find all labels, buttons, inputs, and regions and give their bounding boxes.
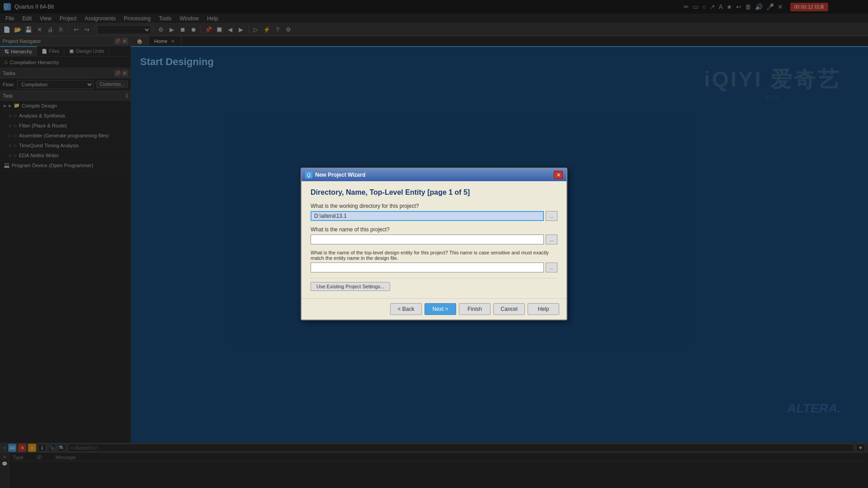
dialog-close-btn[interactable]: ✕ <box>554 171 563 179</box>
dialog-title: New Project Wizard <box>315 172 551 178</box>
entity-input-row: … <box>311 263 557 272</box>
name-input[interactable] <box>311 235 544 244</box>
dir-input[interactable] <box>311 211 544 221</box>
next-btn[interactable]: Next > <box>425 303 456 315</box>
dialog-body: Directory, Name, Top-Level Entity [page … <box>302 181 566 298</box>
name-label: What is the name of this project? <box>311 226 557 233</box>
help-btn[interactable]: Help <box>528 303 559 315</box>
dialog-page-title: Directory, Name, Top-Level Entity [page … <box>311 188 557 197</box>
dialog-titlebar: Q New Project Wizard ✕ <box>302 169 566 181</box>
dialog-footer: < Back Next > Finish Cancel Help <box>302 298 566 319</box>
modal-overlay: Q New Project Wizard ✕ Directory, Name, … <box>0 0 868 488</box>
back-btn[interactable]: < Back <box>390 303 422 315</box>
entity-input[interactable] <box>311 263 544 272</box>
dlg-separator <box>311 278 557 278</box>
dir-browse-btn[interactable]: … <box>546 211 557 221</box>
existing-project-btn[interactable]: Use Existing Project Settings... <box>311 282 390 291</box>
dir-field-group: What is the working directory for this p… <box>311 203 557 221</box>
finish-btn[interactable]: Finish <box>459 303 491 315</box>
new-project-wizard-dialog: Q New Project Wizard ✕ Directory, Name, … <box>301 168 567 320</box>
dialog-icon: Q <box>305 171 312 178</box>
cancel-btn[interactable]: Cancel <box>493 303 525 315</box>
entity-browse-btn[interactable]: … <box>546 263 557 272</box>
dir-input-row: … <box>311 211 557 221</box>
entity-field-group: What is the name of the top-level design… <box>311 250 557 272</box>
entity-label: What is the name of the top-level design… <box>311 250 557 261</box>
name-input-row: … <box>311 235 557 244</box>
dir-label: What is the working directory for this p… <box>311 203 557 209</box>
name-browse-btn[interactable]: … <box>546 235 557 244</box>
name-field-group: What is the name of this project? … <box>311 226 557 244</box>
